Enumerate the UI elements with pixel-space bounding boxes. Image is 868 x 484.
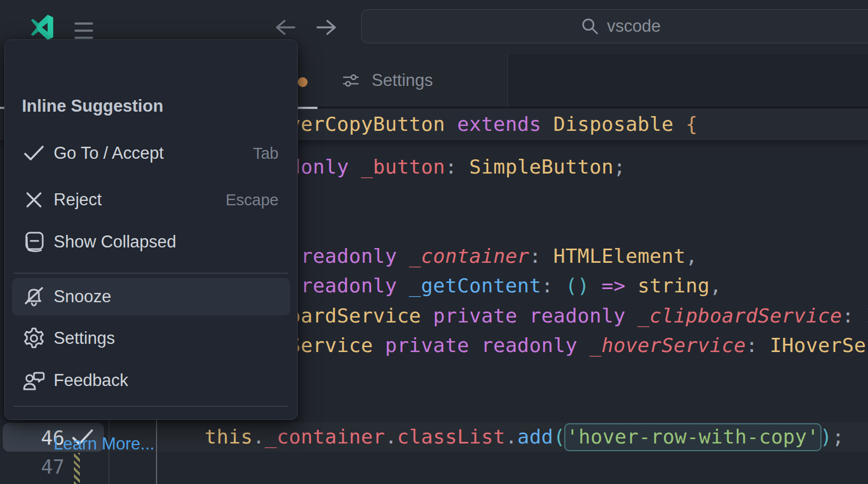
menu-item-show-collapsed[interactable]: Show Collapsed bbox=[5, 224, 298, 260]
inline-suggestion-menu: Inline Suggestion Go To / Accept Tab Rej… bbox=[4, 39, 298, 420]
changed-lines-stripe bbox=[74, 453, 80, 484]
tab-modified-dot bbox=[298, 77, 308, 87]
learn-more-link[interactable]: Learn More... bbox=[54, 434, 154, 454]
menu-item-snooze[interactable]: Snooze bbox=[12, 278, 290, 315]
sliders-icon bbox=[342, 72, 360, 89]
close-icon bbox=[22, 188, 46, 212]
shortcut-escape: Escape bbox=[225, 191, 279, 209]
tab-settings-label: Settings bbox=[372, 71, 433, 90]
tab-settings[interactable]: Settings bbox=[317, 54, 508, 107]
menu-item-reject[interactable]: Reject Escape bbox=[5, 182, 298, 217]
collapse-icon bbox=[22, 230, 46, 254]
check-icon bbox=[22, 141, 46, 165]
active-tab-underline-left bbox=[0, 107, 4, 109]
menu-divider bbox=[14, 406, 288, 407]
back-arrow-icon[interactable] bbox=[274, 16, 297, 38]
search-icon bbox=[581, 17, 599, 36]
menu-item-feedback[interactable]: Feedback bbox=[5, 363, 298, 398]
vscode-logo-icon bbox=[29, 13, 55, 42]
menu-item-settings[interactable]: Settings bbox=[5, 321, 298, 356]
menu-header: Inline Suggestion bbox=[22, 96, 163, 116]
menu-divider bbox=[14, 273, 288, 274]
code-line: this._container.classList.add('hover-row… bbox=[108, 422, 844, 452]
command-center-search[interactable]: vscode bbox=[361, 9, 868, 43]
gear-icon bbox=[22, 326, 46, 350]
search-field: vscode bbox=[581, 10, 661, 43]
indent-guide-active bbox=[156, 419, 157, 484]
shortcut-tab: Tab bbox=[253, 145, 279, 163]
menu-hamburger-icon[interactable] bbox=[74, 22, 94, 40]
active-tab-underline bbox=[298, 107, 317, 109]
menu-item-go-to-accept[interactable]: Go To / Accept Tab bbox=[5, 136, 298, 171]
forward-arrow-icon[interactable] bbox=[315, 16, 338, 38]
feedback-icon bbox=[22, 368, 46, 393]
line-number-47: 47 bbox=[3, 456, 65, 478]
bell-slash-icon bbox=[22, 285, 46, 309]
search-placeholder: vscode bbox=[607, 16, 661, 36]
